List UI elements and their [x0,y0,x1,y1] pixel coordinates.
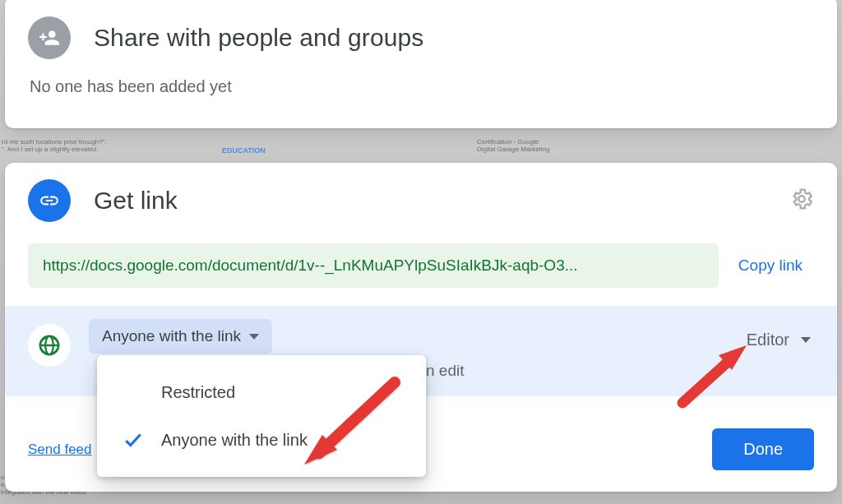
scope-option-restricted[interactable]: Restricted [97,368,426,416]
copy-link-button[interactable]: Copy link [727,247,814,284]
scope-label: Anyone with the link [102,327,241,345]
chevron-down-icon [801,337,811,343]
settings-button[interactable] [789,187,814,215]
share-title: Share with people and groups [94,24,423,52]
share-panel: Share with people and groups No one has … [5,0,837,128]
globe-icon [28,324,71,367]
get-link-title: Get link [94,187,178,215]
share-url[interactable]: https://docs.google.com/document/d/1v--_… [28,243,719,288]
role-dropdown[interactable]: Editor [743,324,814,356]
check-icon [122,429,145,451]
link-icon [28,179,71,222]
done-button[interactable]: Done [712,428,814,470]
scope-option-anyone[interactable]: Anyone with the link [97,416,426,464]
scope-description: n edit [426,362,743,380]
svg-point-0 [798,196,805,202]
add-person-icon [28,16,71,59]
send-feedback-link[interactable]: Send feed [28,442,92,458]
scope-option-label: Anyone with the link [161,431,308,450]
scope-dropdown-menu: Restricted Anyone with the link [97,355,426,477]
share-subtitle: No one has been added yet [30,77,814,96]
chevron-down-icon [249,334,259,340]
scope-dropdown[interactable]: Anyone with the link [89,319,272,354]
role-label: Editor [747,331,789,349]
scope-option-label: Restricted [161,383,235,402]
